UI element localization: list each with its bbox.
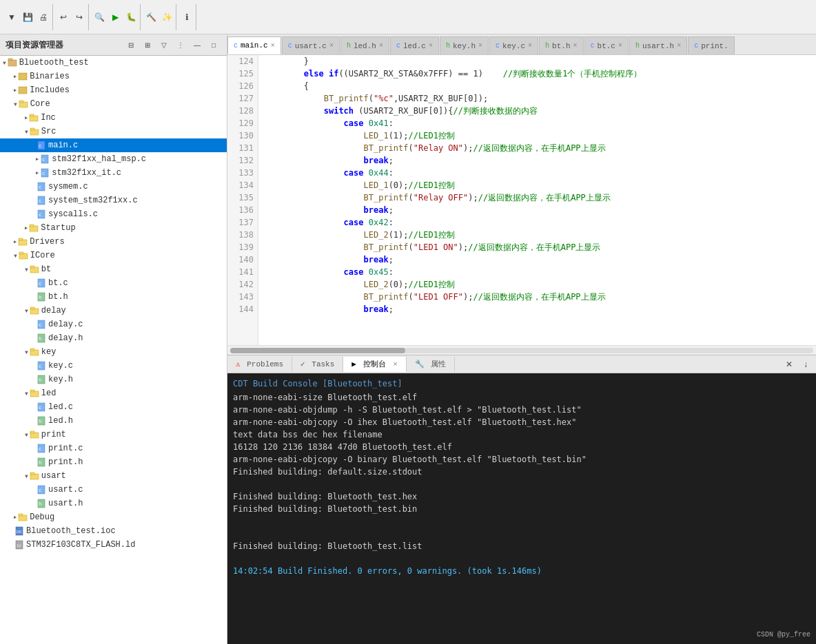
tree-delayc[interactable]: c delay.c: [0, 318, 227, 331]
svg-text:c: c: [39, 212, 41, 218]
toolbar-btn-info[interactable]: ℹ: [179, 10, 194, 25]
tree-keyc[interactable]: c key.c: [0, 359, 227, 373]
core-label: Core: [30, 99, 50, 109]
code-line-132: break;: [264, 154, 816, 167]
console-area[interactable]: CDT Build Console [Bluetooth_test] arm-n…: [227, 373, 816, 644]
tree-usartc[interactable]: c usart.c: [0, 483, 227, 497]
tab-keyh[interactable]: h key.h ×: [440, 37, 489, 54]
toolbar-btn-build[interactable]: 🔨: [143, 10, 159, 25]
btab-tasks[interactable]: ✓ Tasks: [292, 357, 343, 372]
tree-debug[interactable]: ▶ Debug: [0, 510, 227, 524]
bth-tab-close[interactable]: ×: [573, 42, 578, 50]
sidebar-filter-btn[interactable]: ▽: [156, 37, 172, 52]
toolbar-btn-new[interactable]: ▼: [4, 10, 19, 25]
tab-bth[interactable]: h bt.h ×: [539, 37, 583, 54]
tree-src[interactable]: ▼ Src: [0, 125, 227, 138]
svg-text:h: h: [39, 460, 41, 466]
toolbar-btn-save[interactable]: 💾: [20, 10, 35, 25]
btc-tab-close[interactable]: ×: [618, 42, 622, 50]
tree-core[interactable]: ▼ Core: [0, 97, 227, 111]
bt-folder-icon: [29, 264, 40, 275]
tree-btc[interactable]: c bt.c: [0, 276, 227, 290]
tree-sysmem[interactable]: c sysmem.c: [0, 180, 227, 194]
tab-keyc[interactable]: c key.c ×: [489, 37, 538, 54]
tree-includes[interactable]: ▶ Includes: [0, 83, 227, 97]
tree-delayh[interactable]: h delay.h: [0, 331, 227, 345]
tab-usartc[interactable]: c usart.c ×: [282, 37, 340, 54]
svg-rect-29: [30, 266, 34, 268]
btab-console[interactable]: ▶ 控制台 ×: [343, 357, 406, 372]
tree-icore[interactable]: ▼ ICore: [0, 249, 227, 262]
tree-root[interactable]: ▼ Bluetooth_test: [0, 56, 227, 70]
tree-usarth[interactable]: h usart.h: [0, 497, 227, 510]
tree-printh[interactable]: h print.h: [0, 455, 227, 469]
btab-props[interactable]: 🔧 属性: [407, 357, 456, 372]
toolbar-btn-run[interactable]: ▶: [108, 10, 123, 25]
tree-drivers[interactable]: ▶ Drivers: [0, 235, 227, 249]
code-content[interactable]: } else if((USART2_RX_STA&0x7FFF) == 1) /…: [258, 55, 816, 345]
tab-mainc[interactable]: c main.c ×: [227, 37, 281, 54]
tab-btc[interactable]: c bt.c ×: [584, 37, 629, 54]
tab-print[interactable]: c print.: [688, 37, 735, 54]
tab-ledh[interactable]: h led.h ×: [340, 37, 389, 54]
tree-inc[interactable]: ▶ Inc: [0, 111, 227, 125]
usartc-tab-close[interactable]: ×: [329, 42, 334, 50]
tree-hal-msp[interactable]: ▶ c stm32f1xx_hal_msp.c: [0, 152, 227, 166]
sidebar-expand-btn[interactable]: ⊞: [140, 37, 155, 52]
svg-text:c: c: [39, 185, 41, 190]
toolbar-btn-redo[interactable]: ↪: [72, 10, 87, 25]
printc-label: print.c: [48, 444, 83, 453]
tree-delay-folder[interactable]: ▼ delay: [0, 304, 227, 318]
tree-ledc[interactable]: c led.c: [0, 400, 227, 414]
sidebar-collapse-btn[interactable]: ⊟: [123, 37, 139, 52]
console-scroll-down-btn[interactable]: ↓: [798, 357, 813, 372]
tree-keyh[interactable]: h key.h: [0, 373, 227, 386]
tree-binaries[interactable]: ▶ Binaries: [0, 70, 227, 83]
ledh-tab-close[interactable]: ×: [379, 42, 383, 50]
tree-system[interactable]: c system_stm32f1xx.c: [0, 194, 227, 207]
tree-key-folder[interactable]: ▼ key: [0, 345, 227, 359]
sidebar-minimize-btn[interactable]: —: [190, 37, 205, 52]
tree-ld[interactable]: ld STM32F103C8TX_FLASH.ld: [0, 538, 227, 552]
tree-bth[interactable]: h bt.h: [0, 290, 227, 304]
toolbar-btn-undo[interactable]: ↩: [56, 10, 71, 25]
tab-usarth[interactable]: h usart.h ×: [629, 37, 687, 54]
tree-print-folder[interactable]: ▼ print: [0, 428, 227, 442]
tree-startup[interactable]: ▶ Startup: [0, 221, 227, 235]
c-file-icon: c: [39, 154, 50, 165]
toolbar-btn-clean[interactable]: ✨: [159, 10, 174, 25]
tab-ledc[interactable]: c led.c ×: [390, 37, 439, 54]
code-line-140: break;: [264, 253, 816, 266]
console-tab-close[interactable]: ×: [393, 360, 398, 368]
icore-folder-icon: [18, 250, 29, 261]
tree-mainc[interactable]: c main.c: [0, 138, 227, 152]
code-line-136: break;: [264, 204, 816, 216]
keyc-tab-close[interactable]: ×: [528, 42, 532, 50]
ledc-tab-close[interactable]: ×: [429, 42, 433, 50]
usarth-tab-close[interactable]: ×: [677, 42, 681, 50]
toolbar-btn-debug[interactable]: 🐛: [123, 10, 139, 25]
keyh-tab-close[interactable]: ×: [478, 42, 482, 50]
h-scroll-thumb[interactable]: [230, 348, 405, 353]
print-tab-label: print.: [701, 42, 728, 50]
tree-led-folder[interactable]: ▼ led: [0, 386, 227, 400]
tree-it[interactable]: ▶ c stm32f1xx_it.c: [0, 166, 227, 180]
svg-text:h: h: [39, 336, 41, 342]
sidebar-maximize-btn[interactable]: □: [206, 37, 221, 52]
tree-usart-folder[interactable]: ▼ usart: [0, 469, 227, 483]
horizontal-scrollbar[interactable]: [227, 345, 816, 355]
tree-syscalls[interactable]: c syscalls.c: [0, 207, 227, 221]
tree-bt-folder[interactable]: ▼ bt: [0, 262, 227, 276]
tree-printc[interactable]: c print.c: [0, 442, 227, 455]
console-line-6: arm-none-eabi-objcopy -O binary Bluetoot…: [233, 453, 810, 466]
mainc-tab-close[interactable]: ×: [271, 42, 275, 50]
toolbar-btn-search[interactable]: 🔍: [92, 10, 107, 25]
tree-ledh[interactable]: h led.h: [0, 414, 227, 428]
btab-problems[interactable]: ⚠ Problems: [227, 357, 292, 372]
console-clear-btn[interactable]: ✕: [782, 357, 797, 372]
sidebar-menu-btn[interactable]: ⋮: [173, 37, 188, 52]
expand-icon: ▼: [25, 267, 28, 273]
toolbar-btn-print[interactable]: 🖨: [36, 10, 51, 25]
tree-ioc[interactable]: IOC Bluetooth_test.ioc: [0, 524, 227, 538]
h-scroll-track[interactable]: [230, 348, 813, 353]
